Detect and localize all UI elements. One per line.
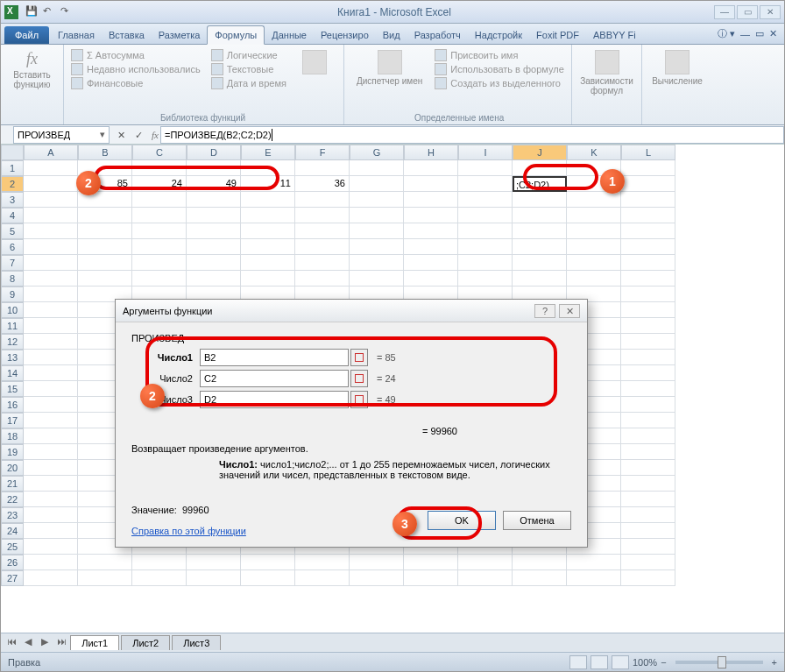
cell-K7[interactable]: [567, 255, 621, 271]
dialog-help-link[interactable]: Справка по этой функции: [131, 526, 246, 536]
cell-C27[interactable]: [132, 570, 187, 586]
cell-L25[interactable]: [621, 539, 675, 555]
cell-I4[interactable]: [458, 208, 513, 223]
cell-E5[interactable]: [241, 223, 295, 239]
select-all-button[interactable]: [1, 145, 24, 160]
cell-L14[interactable]: [621, 365, 675, 381]
cell-F4[interactable]: [295, 208, 350, 223]
cell-A25[interactable]: [24, 539, 78, 555]
cell-K8[interactable]: [567, 271, 621, 286]
cell-F8[interactable]: [295, 271, 350, 286]
cell-E26[interactable]: [241, 555, 295, 570]
close-button[interactable]: ✕: [760, 5, 781, 19]
zoom-out-button[interactable]: −: [661, 657, 666, 668]
undo-icon[interactable]: ↶: [43, 5, 57, 19]
cell-A15[interactable]: [24, 381, 78, 397]
cell-J8[interactable]: [513, 271, 567, 286]
cell-L11[interactable]: [621, 318, 675, 334]
cell-G1[interactable]: [350, 160, 404, 176]
cell-L9[interactable]: [621, 286, 675, 302]
cell-L5[interactable]: [621, 223, 675, 239]
cell-H4[interactable]: [404, 208, 458, 223]
row-header-19[interactable]: 19: [1, 444, 24, 460]
cell-L1[interactable]: [621, 160, 675, 176]
cell-A4[interactable]: [24, 208, 78, 223]
cell-A1[interactable]: [24, 160, 78, 176]
cell-H8[interactable]: [404, 271, 458, 286]
cell-K27[interactable]: [567, 570, 621, 586]
dialog-help-button[interactable]: ?: [534, 304, 555, 318]
cell-L2[interactable]: [621, 176, 675, 192]
row-header-10[interactable]: 10: [1, 302, 24, 318]
cell-L27[interactable]: [621, 570, 675, 586]
cell-A17[interactable]: [24, 413, 78, 428]
tab-addins[interactable]: Надстройк: [468, 26, 529, 44]
cell-L22[interactable]: [621, 492, 675, 507]
cell-J2[interactable]: ;C2;D2): [513, 176, 567, 192]
cell-L26[interactable]: [621, 555, 675, 570]
cell-E2[interactable]: 11: [241, 176, 295, 192]
col-header-C[interactable]: C: [132, 145, 187, 160]
cell-J1[interactable]: [513, 160, 567, 176]
cell-I2[interactable]: [458, 176, 513, 192]
cell-B26[interactable]: [78, 555, 132, 570]
cell-A27[interactable]: [24, 570, 78, 586]
cell-H27[interactable]: [404, 570, 458, 586]
cell-A12[interactable]: [24, 334, 78, 350]
autosum-button[interactable]: Σ Автосумма: [71, 48, 201, 62]
cell-G3[interactable]: [350, 192, 404, 208]
cell-F27[interactable]: [295, 570, 350, 586]
zoom-in-button[interactable]: +: [772, 657, 777, 668]
sheet-tab-1[interactable]: Лист1: [70, 635, 119, 650]
cell-L19[interactable]: [621, 444, 675, 460]
row-header-6[interactable]: 6: [1, 239, 24, 255]
restore-icon[interactable]: ▭: [755, 28, 764, 39]
cell-A19[interactable]: [24, 444, 78, 460]
cell-J3[interactable]: [513, 192, 567, 208]
cell-L20[interactable]: [621, 460, 675, 476]
file-tab[interactable]: Файл: [4, 26, 49, 44]
calculation-button[interactable]: Вычисление: [649, 48, 705, 88]
cell-A13[interactable]: [24, 350, 78, 365]
cell-G6[interactable]: [350, 239, 404, 255]
cell-G27[interactable]: [350, 570, 404, 586]
cell-I7[interactable]: [458, 255, 513, 271]
cell-A18[interactable]: [24, 428, 78, 444]
cell-K4[interactable]: [567, 208, 621, 223]
cell-A8[interactable]: [24, 271, 78, 286]
cell-L4[interactable]: [621, 208, 675, 223]
row-header-5[interactable]: 5: [1, 223, 24, 239]
cell-L7[interactable]: [621, 255, 675, 271]
cell-A20[interactable]: [24, 460, 78, 476]
cell-A2[interactable]: [24, 176, 78, 192]
cell-D4[interactable]: [187, 208, 241, 223]
cell-C7[interactable]: [132, 255, 187, 271]
cell-B7[interactable]: [78, 255, 132, 271]
cell-H5[interactable]: [404, 223, 458, 239]
cell-A3[interactable]: [24, 192, 78, 208]
help-icon[interactable]: ⓘ ▾: [718, 27, 735, 40]
cell-L21[interactable]: [621, 476, 675, 492]
save-icon[interactable]: 💾: [25, 5, 39, 19]
cell-E3[interactable]: [241, 192, 295, 208]
cell-F7[interactable]: [295, 255, 350, 271]
cell-A14[interactable]: [24, 365, 78, 381]
arg-input-0[interactable]: [200, 349, 349, 366]
cell-F5[interactable]: [295, 223, 350, 239]
cell-C5[interactable]: [132, 223, 187, 239]
cell-A22[interactable]: [24, 492, 78, 507]
cell-G8[interactable]: [350, 271, 404, 286]
cell-B8[interactable]: [78, 271, 132, 286]
col-header-D[interactable]: D: [187, 145, 241, 160]
cell-D26[interactable]: [187, 555, 241, 570]
define-name-button[interactable]: Присвоить имя: [435, 48, 564, 62]
col-header-J[interactable]: J: [513, 145, 567, 160]
tab-insert[interactable]: Вставка: [102, 26, 152, 44]
tab-developer[interactable]: Разработч: [407, 26, 468, 44]
row-header-3[interactable]: 3: [1, 192, 24, 208]
cell-L18[interactable]: [621, 428, 675, 444]
page-break-view-button[interactable]: [612, 655, 629, 669]
col-header-H[interactable]: H: [404, 145, 458, 160]
row-header-20[interactable]: 20: [1, 460, 24, 476]
row-header-24[interactable]: 24: [1, 523, 24, 539]
